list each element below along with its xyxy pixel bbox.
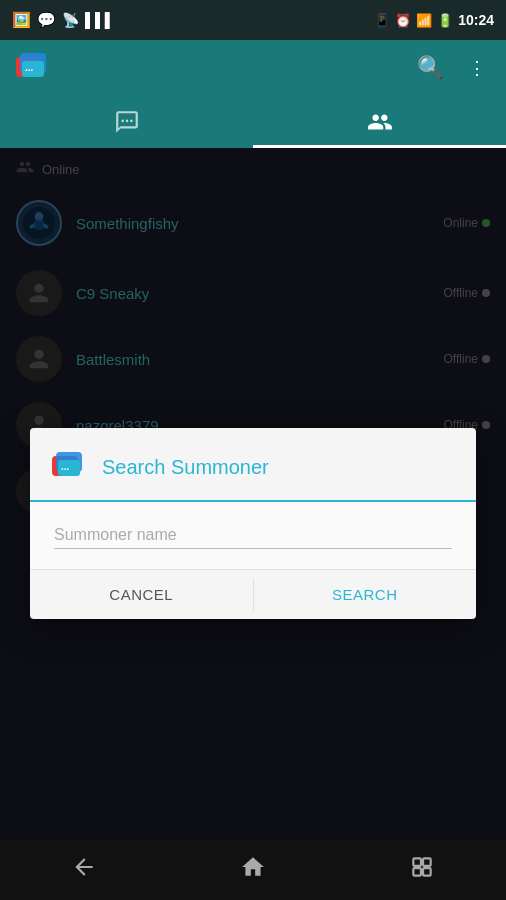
- svg-rect-17: [423, 858, 431, 866]
- dialog-body: [30, 502, 476, 569]
- back-button[interactable]: [71, 854, 97, 886]
- svg-rect-18: [413, 868, 421, 876]
- app-bar: ··· 🔍 ⋮: [0, 40, 506, 96]
- tab-chat[interactable]: [0, 96, 253, 148]
- status-icons-left: 🖼️ 💬 📡 ▌▌▌: [12, 11, 115, 29]
- wifi-icon: 📶: [416, 13, 432, 28]
- svg-text:···: ···: [25, 65, 34, 76]
- tab-contacts[interactable]: [253, 96, 506, 148]
- msg-icon: 💬: [37, 11, 56, 29]
- svg-rect-16: [413, 858, 421, 866]
- barcode-icon: ▌▌▌: [85, 12, 115, 28]
- cancel-button[interactable]: Cancel: [30, 570, 253, 619]
- status-bar: 🖼️ 💬 📡 ▌▌▌ 📱 ⏰ 📶 🔋 10:24: [0, 0, 506, 40]
- search-summoner-dialog: ··· Search Summoner Cancel Search: [30, 428, 476, 619]
- tabs-bar: [0, 96, 506, 148]
- dialog-logo-icon: ···: [50, 448, 88, 486]
- screen-icon: 🖼️: [12, 11, 31, 29]
- svg-point-6: [130, 120, 133, 123]
- main-content: Online Somethingfishy Online: [0, 148, 506, 840]
- navigation-bar: [0, 840, 506, 900]
- search-button[interactable]: Search: [254, 570, 477, 619]
- home-button[interactable]: [240, 854, 266, 886]
- dialog-header: ··· Search Summoner: [30, 428, 476, 502]
- svg-rect-19: [423, 868, 431, 876]
- battery-icon: 🔋: [437, 13, 453, 28]
- recents-button[interactable]: [409, 854, 435, 886]
- app-logo: ···: [14, 49, 52, 87]
- summoner-input-wrap: [54, 522, 452, 549]
- svg-point-5: [125, 120, 128, 123]
- signal-icon: 📡: [62, 12, 79, 28]
- dialog-title: Search Summoner: [102, 456, 269, 479]
- clock-icon: ⏰: [395, 13, 411, 28]
- search-icon[interactable]: 🔍: [411, 49, 450, 87]
- time-display: 10:24: [458, 12, 494, 28]
- dialog-actions: Cancel Search: [30, 569, 476, 619]
- svg-text:···: ···: [61, 464, 70, 475]
- status-right: 📱 ⏰ 📶 🔋 10:24: [374, 12, 494, 28]
- svg-point-4: [121, 120, 124, 123]
- summoner-name-input[interactable]: [54, 522, 452, 548]
- phone-icon: 📱: [374, 13, 390, 28]
- more-options-icon[interactable]: ⋮: [462, 51, 492, 85]
